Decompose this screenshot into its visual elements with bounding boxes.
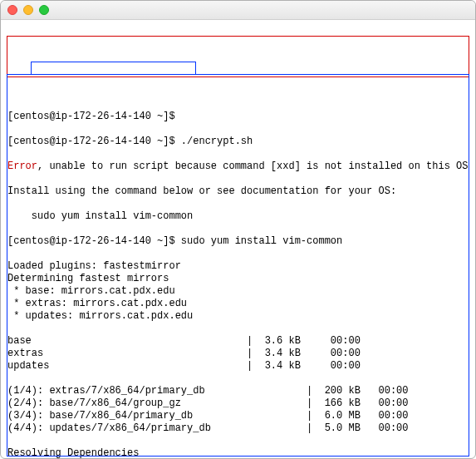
command-encrypt: ./encrypt.sh xyxy=(181,136,253,147)
output-line: Determining fastest mirrors xyxy=(7,273,469,285)
minimize-icon[interactable] xyxy=(23,5,33,15)
download-row: (1/4): extras/7/x86_64/primary_db | 200 … xyxy=(7,385,469,397)
download-row: (2/4): base/7/x86_64/group_gz | 166 kB 0… xyxy=(7,397,469,410)
prompt: [centos@ip-172-26-14-140 ~]$ xyxy=(7,235,181,247)
prompt: [centos@ip-172-26-14-140 ~]$ xyxy=(7,111,181,122)
terminal-window: [centos@ip-172-26-14-140 ~]$ [centos@ip-… xyxy=(0,0,476,459)
indent xyxy=(7,210,32,222)
zoom-icon[interactable] xyxy=(39,5,49,15)
download-row: (3/4): base/7/x86_64/primary_db | 6.0 MB… xyxy=(7,410,469,422)
terminal-content[interactable]: [centos@ip-172-26-14-140 ~]$ [centos@ip-… xyxy=(1,20,475,459)
prompt: [centos@ip-172-26-14-140 ~]$ xyxy=(7,136,181,147)
repo-row: base | 3.6 kB 00:00 xyxy=(7,335,469,348)
dep-line: Resolving Dependencies xyxy=(7,447,469,459)
repo-row: extras | 3.4 kB 00:00 xyxy=(7,348,469,360)
highlight-suggest-box xyxy=(31,62,196,75)
output-line: * updates: mirrors.cat.pdx.edu xyxy=(7,310,469,323)
error-text: , unable to run script because command [… xyxy=(37,160,468,172)
output-line: Loaded plugins: fastestmirror xyxy=(7,260,469,273)
close-icon[interactable] xyxy=(7,5,17,15)
error-label: Error xyxy=(7,160,37,172)
download-row: (4/4): updates/7/x86_64/primary_db | 5.0… xyxy=(7,422,469,435)
highlight-error-box xyxy=(7,36,469,77)
output-line: * base: mirrors.cat.pdx.edu xyxy=(7,285,469,298)
command-yum-install: sudo yum install vim-common xyxy=(181,235,342,247)
window-titlebar xyxy=(1,1,475,20)
suggested-command: sudo yum install vim-common xyxy=(32,210,193,222)
output-line: * extras: mirrors.cat.pdx.edu xyxy=(7,298,469,310)
repo-row: updates | 3.4 kB 00:00 xyxy=(7,360,469,373)
install-instruction: Install using the command below or see d… xyxy=(7,185,469,198)
